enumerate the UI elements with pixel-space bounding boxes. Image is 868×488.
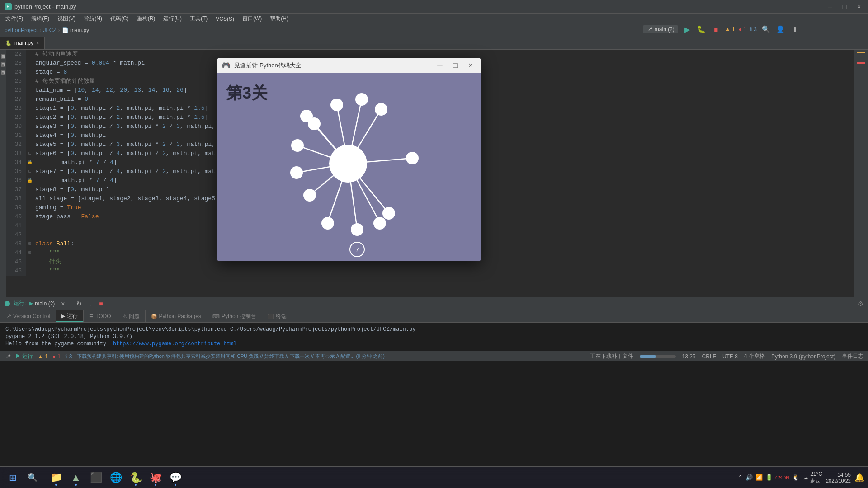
taskbar: ⊞ 🔍 📁 ▲ ⬛ 🌐 🐍 🐙 💬 — [0, 466, 868, 488]
close-button[interactable]: × — [854, 2, 863, 11]
event-log[interactable]: 事件日志 — [842, 352, 863, 360]
pygame-community-link[interactable]: https://www.pygame.org/contribute.html — [113, 341, 237, 347]
profile-button[interactable]: 👤 — [775, 24, 786, 34]
download-text[interactable]: 下载预构建共享引: 使用预构建的Python 软件包共享索引减少安装时间和 CP… — [77, 353, 385, 360]
game-titlebar: 🎮 见缝插针-Python代码大全 ─ □ × — [217, 58, 481, 73]
menu-refactor[interactable]: 重构(R) — [133, 14, 159, 23]
status-bar: ⎇ ▶ 运行 ▲ 1 ● 1 ℹ 3 下载预构建共享引: 使用预构建的Pytho… — [0, 351, 868, 361]
weather-desc: 多云 — [810, 477, 822, 484]
bottom-tab-vcs[interactable]: ⎇ Version Control — [0, 310, 56, 322]
breadcrumb-file: 📄 main.py — [62, 27, 89, 33]
app-icon: P — [5, 3, 12, 10]
terminal-icon: ⬛ — [268, 314, 274, 319]
window-title: pythonProject - main.py — [14, 3, 76, 10]
downloading-text: 正在下载补丁文件 — [590, 352, 633, 360]
annotations-panel — [854, 50, 868, 297]
status-left: ⎇ ▶ 运行 ▲ 1 ● 1 ℹ 3 下载预构建共享引: 使用预构建的Pytho… — [5, 352, 385, 360]
menu-bar: 文件(F) 编辑(E) 视图(V) 导航(N) 代码(C) 重构(R) 运行(U… — [0, 14, 868, 24]
run-close-btn[interactable]: × — [58, 299, 67, 308]
maximize-button[interactable]: □ — [840, 2, 849, 11]
version-control-icon: ⎇ — [5, 353, 11, 360]
update-button[interactable]: ⬆ — [789, 24, 800, 34]
start-button[interactable]: ⊞ — [4, 469, 22, 487]
warnings-badge: ▲ 1 — [725, 26, 735, 33]
svg-point-24 — [303, 189, 316, 202]
game-close-button[interactable]: × — [465, 61, 476, 70]
taskbar-app-red[interactable]: ⬛ — [87, 469, 105, 487]
game-minimize-button[interactable]: ─ — [434, 61, 446, 70]
python-version[interactable]: Python 3.9 (pythonProject) — [771, 353, 835, 360]
bottom-tab-python-packages[interactable]: 📦 Python Packages — [146, 310, 207, 322]
progress-bar — [640, 355, 676, 358]
stop-button[interactable]: ■ — [711, 24, 722, 34]
errors-badge: ● 1 — [739, 26, 746, 33]
taskbar-app-chrome[interactable]: 🌐 — [107, 469, 125, 487]
problems-label: 问题 — [129, 313, 140, 320]
game-window-icon: 🎮 — [222, 61, 231, 70]
breadcrumb-folder[interactable]: JFCZ — [43, 27, 56, 33]
tray-icon-csdn: CSDN — [775, 475, 789, 480]
menu-vcs[interactable]: VCS(S) — [212, 15, 238, 23]
menu-code[interactable]: 代码(C) — [107, 14, 132, 23]
progress-fill — [640, 355, 656, 358]
taskbar-app-github[interactable]: 🐙 — [146, 469, 165, 487]
git-branch-button[interactable]: ⎇ main (2) — [643, 25, 678, 33]
run-restart-button[interactable]: ↻ — [75, 299, 84, 308]
app-red-icon: ⬛ — [90, 472, 102, 483]
title-bar: P pythonProject - main.py ─ □ × — [0, 0, 868, 14]
menu-navigate[interactable]: 导航(N) — [80, 14, 106, 23]
terminal-output: C:\Users\wdaog\PycharmProjects\pythonPro… — [0, 323, 868, 351]
game-maximize-button[interactable]: □ — [449, 61, 461, 70]
breadcrumb-project[interactable]: pythonProject — [5, 27, 38, 33]
debug-button[interactable]: 🐛 — [696, 24, 707, 34]
bottom-tab-terminal[interactable]: ⬛ 终端 — [262, 310, 292, 322]
game-window[interactable]: 🎮 见缝插针-Python代码大全 ─ □ × 第3关 — [217, 58, 481, 261]
run-config-button[interactable]: ▶ — [682, 24, 693, 34]
bottom-tab-run[interactable]: ▶ 运行 — [56, 310, 84, 322]
minimize-button[interactable]: ─ — [826, 2, 835, 11]
crlf-indicator[interactable]: CRLF — [702, 353, 716, 360]
taskbar-app-chat[interactable]: 💬 — [166, 469, 184, 487]
sidebar-icon-1[interactable]: ⊞ — [1, 54, 5, 59]
svg-point-14 — [329, 145, 367, 183]
tab-close-icon[interactable]: × — [36, 40, 39, 46]
weather-temp: 21°C — [810, 471, 822, 477]
taskbar-app-files[interactable]: 📁 — [47, 469, 65, 487]
run-tab-label: 运行 — [67, 312, 78, 320]
menu-run[interactable]: 运行(U) — [160, 14, 185, 23]
svg-point-19 — [406, 152, 419, 164]
notification-button[interactable]: 🔔 — [854, 473, 864, 483]
status-right: 正在下载补丁文件 13:25 CRLF UTF-8 4 个空格 Python 3… — [590, 352, 863, 360]
charset-indicator[interactable]: UTF-8 — [722, 353, 738, 360]
menu-tools[interactable]: 工具(T) — [186, 14, 211, 23]
tab-label: main.py — [14, 40, 33, 46]
taskbar-clock[interactable]: 14:55 2022/10/22 — [826, 472, 851, 483]
menu-file[interactable]: 文件(F) — [2, 14, 27, 23]
search-button[interactable]: 🔍 — [760, 24, 771, 34]
terminal-line-2: pygame 2.1.2 (SDL 2.0.18, Python 3.9.7) — [5, 333, 863, 340]
sidebar-icon-3[interactable]: ⊞ — [1, 70, 5, 75]
run-down-button[interactable]: ↓ — [85, 299, 94, 308]
bottom-tab-problems[interactable]: ⚠ 问题 — [117, 310, 146, 322]
menu-edit[interactable]: 编辑(E) — [28, 14, 53, 23]
sidebar-icon-2[interactable]: ⊟ — [1, 62, 5, 67]
taskbar-app-pycharm[interactable]: 🐍 — [127, 469, 145, 487]
tray-icon-3: 📶 — [755, 474, 763, 481]
warning-status: ▲ 1 — [38, 353, 48, 360]
menu-help[interactable]: 帮助(H) — [266, 14, 292, 23]
indent-indicator[interactable]: 4 个空格 — [744, 352, 765, 360]
run-stop-button[interactable]: ■ — [96, 299, 105, 308]
search-icon: 🔍 — [28, 473, 38, 483]
tab-main-py[interactable]: 🐍 main.py × — [0, 37, 45, 49]
menu-window[interactable]: 窗口(W) — [239, 14, 265, 23]
game-canvas[interactable]: 第3关 — [217, 73, 481, 261]
game-level-text: 第3关 — [226, 82, 268, 104]
packages-icon: 📦 — [151, 314, 157, 319]
line-col-indicator[interactable]: 13:25 — [682, 353, 696, 360]
menu-view[interactable]: 视图(V) — [54, 14, 79, 23]
taskbar-app-logicflow[interactable]: ▲ — [67, 469, 85, 487]
run-settings-button[interactable]: ⚙ — [858, 300, 863, 307]
taskbar-search-button[interactable]: 🔍 — [24, 469, 42, 487]
bottom-tab-todo[interactable]: ☰ TODO — [84, 310, 117, 322]
bottom-tab-python-console[interactable]: ⌨ Python 控制台 — [207, 310, 262, 322]
